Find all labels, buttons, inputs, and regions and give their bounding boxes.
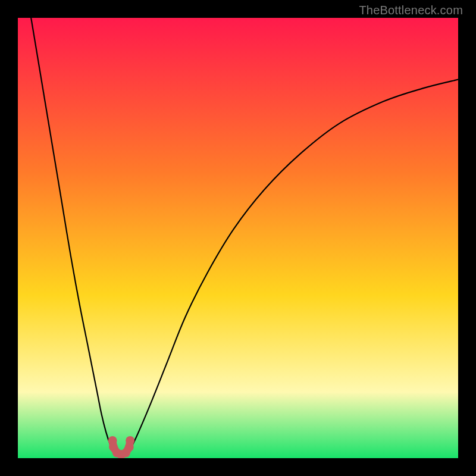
chart-frame — [18, 18, 458, 458]
watermark-text: TheBottleneck.com — [359, 4, 463, 17]
gradient-background — [18, 18, 458, 458]
valley-marker-dot — [126, 436, 134, 445]
bottleneck-curve-chart — [18, 18, 458, 458]
